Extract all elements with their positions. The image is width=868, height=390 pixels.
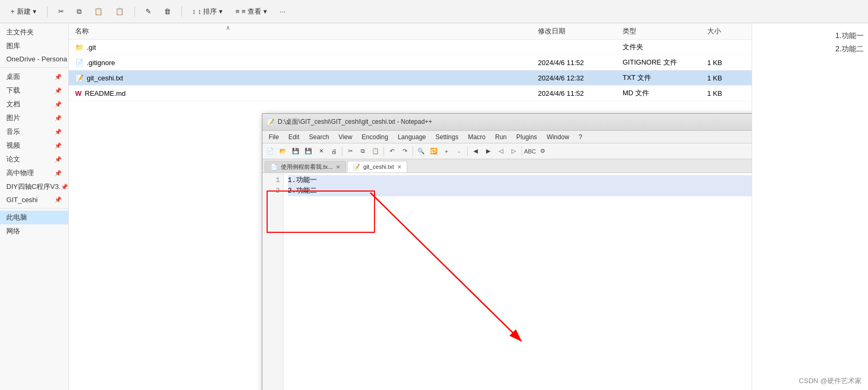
file-name: 📄 .gitignore — [73, 58, 536, 68]
npp-editor[interactable]: 1.功能一 2.功能二 — [284, 173, 752, 390]
extra-button[interactable]: ⚙ — [537, 146, 549, 157]
sidebar-item-gallery[interactable]: 图库 — [0, 39, 68, 53]
sidebar-item-onedrive[interactable]: OneDrive - Persona — [0, 53, 68, 65]
next-button[interactable]: ▶ — [482, 146, 494, 157]
tab2-close[interactable]: ✕ — [397, 164, 401, 170]
file-list: ∧ 名称 修改日期 类型 大小 📁 .git 文件夹 📄 .gitignore … — [69, 23, 752, 390]
md-file-icon: W — [75, 89, 81, 97]
sidebar-item-home[interactable]: 主文件夹 — [0, 25, 68, 39]
tab1-close[interactable]: ✕ — [336, 164, 340, 170]
col-size[interactable]: 大小 — [705, 25, 747, 37]
line-num-2: 2 — [262, 186, 283, 196]
npp-title: 📝 D:\桌面\GIT_ceshi\GIT_ceshi\git_ceshi.tx… — [267, 117, 432, 126]
col-modified[interactable]: 修改日期 — [536, 25, 620, 37]
file-name: 📁 .git — [73, 42, 536, 52]
new-icon: + — [11, 7, 15, 15]
spell-button[interactable]: ABC — [524, 146, 536, 157]
sidebar-item-desktop[interactable]: 桌面 📌 — [0, 70, 68, 84]
pin-icon: 📌 — [54, 87, 62, 94]
col-name[interactable]: 名称 — [73, 25, 536, 37]
open-file-button[interactable]: 📂 — [277, 146, 289, 157]
next2-button[interactable]: ▷ — [508, 146, 519, 157]
menu-view[interactable]: View — [334, 132, 357, 142]
cut-button[interactable]: ✂ — [54, 5, 68, 17]
sidebar-item-thesis[interactable]: 论文 📌 — [0, 152, 68, 166]
save-all-button[interactable]: 💾 — [303, 146, 314, 157]
file-row[interactable]: 📄 .gitignore 2024/4/6 11:52 GITIGNORE 文件… — [69, 55, 752, 70]
npp-tabs: 📄 使用例程前看我.tx... ✕ 📝 git_ceshi.txt ✕ — [262, 159, 752, 173]
sidebar-divider-1 — [0, 67, 68, 68]
pin-icon: 📌 — [54, 129, 62, 135]
folder-icon: 📁 — [75, 43, 84, 51]
menu-language[interactable]: Language — [394, 132, 430, 142]
sort-button[interactable]: ↕ ↕ 排序 ▾ — [188, 5, 227, 19]
print-button[interactable]: 🖨 — [328, 146, 340, 157]
pin-icon: 📌 — [54, 156, 62, 163]
menu-search[interactable]: Search — [305, 132, 333, 142]
tab2-icon: 📝 — [353, 164, 360, 170]
menu-run[interactable]: Run — [491, 132, 511, 142]
zoom-out-button[interactable]: - — [453, 146, 465, 157]
sort-icon: ↕ — [193, 7, 196, 15]
sidebar-item-videos[interactable]: 视频 📌 — [0, 139, 68, 152]
close-file-button[interactable]: ✕ — [315, 146, 327, 157]
cut-tool-button[interactable]: ✂ — [344, 146, 356, 157]
rename-button[interactable]: ✎ — [141, 5, 156, 17]
new-button[interactable]: + 新建 ▾ — [6, 5, 41, 19]
pin-icon: 📌 — [54, 74, 62, 80]
find-button[interactable]: 🔍 — [415, 146, 427, 157]
npp-tab-1[interactable]: 📄 使用例程前看我.tx... ✕ — [264, 161, 346, 173]
sidebar-item-physics[interactable]: 高中物理 📌 — [0, 166, 68, 180]
replace-button[interactable]: 🔁 — [428, 146, 440, 157]
menu-edit[interactable]: Edit — [284, 132, 304, 142]
toolbar-sep — [342, 147, 342, 156]
sidebar-item-music[interactable]: 音乐 📌 — [0, 125, 68, 139]
menu-macro[interactable]: Macro — [464, 132, 490, 142]
file-row[interactable]: 📁 .git 文件夹 — [69, 40, 752, 55]
save-file-button[interactable]: 💾 — [290, 146, 301, 157]
menu-help[interactable]: ? — [574, 132, 587, 142]
paste-tool-button[interactable]: 📋 — [370, 146, 381, 157]
right-annotation: 1.功能一 2.功能二 — [835, 29, 864, 56]
zoom-in-button[interactable]: + — [441, 146, 452, 157]
more-button[interactable]: ··· — [276, 5, 290, 17]
new-file-button[interactable]: 📄 — [264, 146, 276, 157]
file-row-selected[interactable]: 📝 git_ceshi.txt 2024/4/6 12:32 TXT 文件 1 … — [69, 70, 752, 86]
sidebar-item-this-pc[interactable]: 此电脑 — [0, 211, 68, 224]
npp-titlebar: 📝 D:\桌面\GIT_ceshi\GIT_ceshi\git_ceshi.tx… — [262, 114, 752, 131]
chevron-down-icon: ▾ — [33, 7, 36, 15]
sidebar: 主文件夹 图库 OneDrive - Persona 桌面 📌 下载 📌 文档 … — [0, 23, 69, 390]
npp-content: 1 2 1.功能一 2.功能二 — [262, 173, 752, 390]
paste-button[interactable]: 📋 — [111, 5, 128, 17]
explorer-main: 主文件夹 图库 OneDrive - Persona 桌面 📌 下载 📌 文档 … — [0, 23, 868, 390]
sidebar-item-pictures[interactable]: 图片 📌 — [0, 111, 68, 125]
undo-button[interactable]: ↶ — [386, 146, 398, 157]
npp-tab-2[interactable]: 📝 git_ceshi.txt ✕ — [347, 161, 407, 173]
sidebar-item-diy[interactable]: DIY四轴C程序V3. 📌 — [0, 180, 68, 194]
file-name: 📝 git_ceshi.txt — [73, 73, 536, 83]
tab1-icon: 📄 — [270, 164, 278, 170]
menu-window[interactable]: Window — [542, 132, 573, 142]
file-row[interactable]: W README.md 2024/4/6 11:52 MD 文件 1 KB — [69, 86, 752, 101]
sidebar-item-downloads[interactable]: 下载 📌 — [0, 84, 68, 97]
redo-button[interactable]: ↷ — [399, 146, 410, 157]
sidebar-item-network[interactable]: 网络 — [0, 224, 68, 238]
prev2-button[interactable]: ◁ — [495, 146, 507, 157]
delete-button[interactable]: 🗑 — [160, 5, 175, 17]
sidebar-item-documents[interactable]: 文档 📌 — [0, 97, 68, 111]
copy-path-button[interactable]: 📋 — [90, 5, 107, 17]
annotation-line-2: 2.功能二 — [835, 42, 864, 56]
menu-plugins[interactable]: Plugins — [512, 132, 541, 142]
prev-button[interactable]: ◀ — [470, 146, 481, 157]
col-type[interactable]: 类型 — [620, 25, 705, 37]
sidebar-item-git[interactable]: GIT_ceshi 📌 — [0, 194, 68, 206]
menu-encoding[interactable]: Encoding — [358, 132, 392, 142]
menu-file[interactable]: File — [264, 132, 283, 142]
line-num-1: 1 — [262, 175, 283, 186]
view-icon: ≡ — [235, 7, 240, 15]
menu-settings[interactable]: Settings — [431, 132, 462, 142]
copy-button[interactable]: ⧉ — [72, 5, 86, 18]
csdn-watermark: CSDN @硬件艺术家 — [799, 376, 862, 386]
view-button[interactable]: ≡ ≡ 查看 ▾ — [231, 5, 271, 19]
copy-tool-button[interactable]: ⧉ — [357, 146, 369, 157]
